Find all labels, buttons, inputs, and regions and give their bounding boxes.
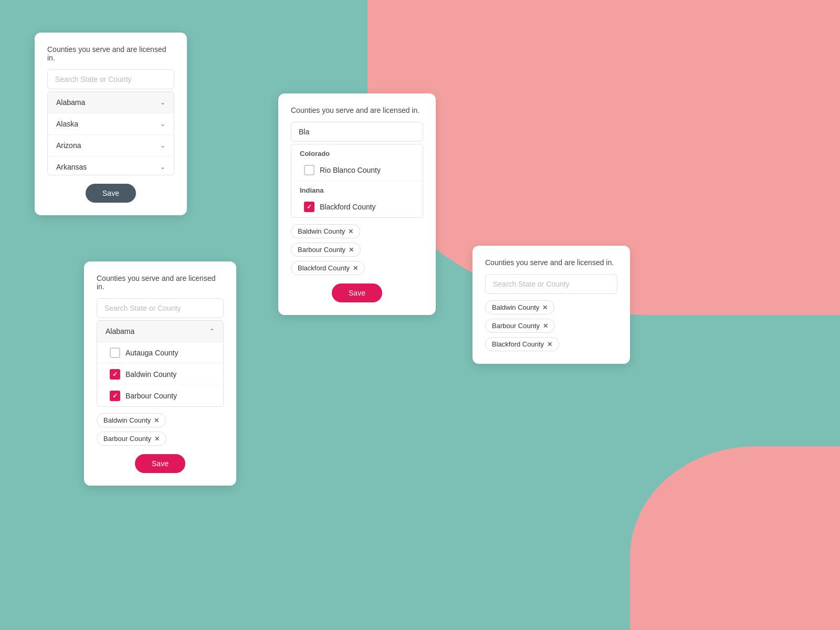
section-header-colorado: Colorado [291, 144, 423, 160]
state-label-alabama: Alabama [56, 98, 85, 107]
county-label-blackford: Blackford County [320, 203, 376, 211]
county-row-barbour[interactable]: Barbour County [97, 385, 223, 406]
card3-tags-area: Baldwin County ✕ Barbour County ✕ [97, 413, 224, 446]
card2-results-list: Colorado Rio Blanco County Indiana Black… [291, 144, 423, 218]
tag-remove-baldwin[interactable]: ✕ [348, 228, 353, 235]
county-row-autauga[interactable]: Autauga County [97, 342, 223, 364]
tag4-baldwin-county: Baldwin County ✕ [485, 300, 554, 314]
card2-save-button[interactable]: Save [332, 284, 382, 302]
checkbox-baldwin[interactable] [110, 369, 120, 380]
card2-title: Counties you serve and are licensed in. [291, 106, 423, 114]
tag-remove-barbour[interactable]: ✕ [349, 246, 354, 254]
tag3-label-barbour: Barbour County [103, 435, 151, 443]
card1-state-list: Alabama ⌄ Alaska ⌄ Arizona ⌄ Arkansas ⌄ [47, 91, 174, 175]
state-row-alabama[interactable]: Alabama ⌄ [48, 92, 174, 113]
county-label-rio-blanco: Rio Blanco County [320, 166, 381, 174]
chevron-down-icon: ⌄ [160, 120, 165, 128]
tag4-label-barbour: Barbour County [492, 322, 540, 330]
card3-save-button[interactable]: Save [135, 454, 185, 473]
tag-remove-blackford[interactable]: ✕ [353, 265, 358, 272]
tag4-barbour-county: Barbour County ✕ [485, 319, 555, 333]
tag-label-baldwin: Baldwin County [298, 227, 345, 235]
card3-title: Counties you serve and are licensed in. [97, 274, 224, 291]
tag4-remove-baldwin[interactable]: ✕ [542, 304, 548, 311]
card-alabama-expanded: Counties you serve and are licensed in. … [84, 261, 236, 486]
card1-title: Counties you serve and are licensed in. [47, 45, 174, 62]
checkbox-autauga[interactable] [110, 348, 120, 358]
tag4-remove-barbour[interactable]: ✕ [543, 322, 548, 330]
card2-search-input[interactable] [291, 122, 423, 142]
state-row-alaska[interactable]: Alaska ⌄ [48, 113, 174, 135]
county-label-autauga: Autauga County [125, 349, 178, 357]
tag3-remove-baldwin[interactable]: ✕ [154, 417, 159, 424]
tag-baldwin-county: Baldwin County ✕ [291, 224, 360, 238]
state-label-alaska: Alaska [56, 120, 78, 128]
chevron-down-icon: ⌄ [160, 163, 165, 171]
state-row-alabama-expanded[interactable]: Alabama ⌃ [97, 321, 223, 342]
card2-tags-area: Baldwin County ✕ Barbour County ✕ Blackf… [291, 224, 423, 275]
tag-label-blackford: Blackford County [298, 264, 350, 272]
checkbox-rio-blanco[interactable] [304, 165, 314, 175]
tag-label-barbour: Barbour County [298, 246, 345, 254]
card-collapsed-states: Counties you serve and are licensed in. … [35, 33, 187, 215]
card4-tags-area: Baldwin County ✕ Barbour County ✕ Blackf… [485, 300, 617, 351]
tag3-baldwin-county: Baldwin County ✕ [97, 413, 166, 427]
card1-search-input[interactable] [47, 69, 174, 89]
chevron-down-icon: ⌄ [160, 142, 165, 149]
checkbox-blackford[interactable] [304, 202, 314, 212]
tag4-label-blackford: Blackford County [492, 340, 544, 348]
county-row-rio-blanco[interactable]: Rio Blanco County [291, 160, 423, 181]
card4-search-input[interactable] [485, 274, 617, 294]
card3-dropdown: Alabama ⌃ Autauga County Baldwin County … [97, 320, 224, 407]
card3-search-input[interactable] [97, 298, 224, 318]
chevron-up-icon: ⌃ [209, 328, 215, 335]
county-row-baldwin[interactable]: Baldwin County [97, 364, 223, 385]
state-label-arizona: Arizona [56, 141, 81, 150]
state-label-alabama-exp: Alabama [106, 327, 134, 335]
tag4-blackford-county: Blackford County ✕ [485, 337, 559, 351]
tag-barbour-county: Barbour County ✕ [291, 243, 361, 257]
card-tags-only: Counties you serve and are licensed in. … [472, 246, 630, 364]
bg-shape-bottom-right [630, 446, 840, 630]
card-search-results: Counties you serve and are licensed in. … [278, 93, 436, 315]
checkbox-barbour[interactable] [110, 391, 120, 401]
county-label-baldwin: Baldwin County [125, 370, 176, 379]
tag-blackford-county: Blackford County ✕ [291, 261, 365, 275]
card1-save-button[interactable]: Save [86, 184, 136, 203]
state-row-arkansas[interactable]: Arkansas ⌄ [48, 156, 174, 175]
tag3-barbour-county: Barbour County ✕ [97, 432, 166, 446]
section-header-indiana: Indiana [291, 181, 423, 196]
tag3-remove-barbour[interactable]: ✕ [154, 435, 160, 443]
tag4-remove-blackford[interactable]: ✕ [547, 341, 552, 348]
county-row-blackford[interactable]: Blackford County [291, 196, 423, 217]
county-label-barbour: Barbour County [125, 392, 177, 400]
tag4-label-baldwin: Baldwin County [492, 303, 539, 311]
state-row-arizona[interactable]: Arizona ⌄ [48, 135, 174, 156]
chevron-down-icon: ⌄ [160, 99, 165, 106]
state-label-arkansas: Arkansas [56, 163, 87, 171]
card4-title: Counties you serve and are licensed in. [485, 258, 617, 267]
tag3-label-baldwin: Baldwin County [103, 416, 151, 424]
